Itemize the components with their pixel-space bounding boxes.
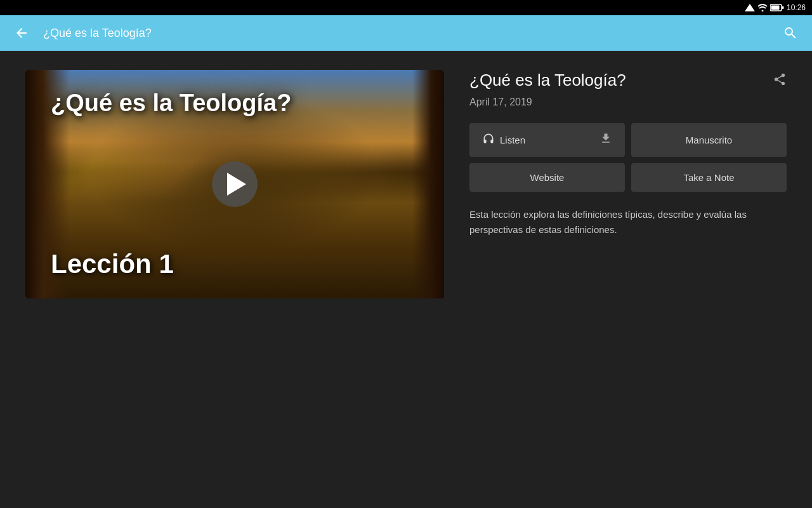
lesson-date: April 17, 2019: [469, 97, 787, 108]
app-bar-title: ¿Qué es la Teología?: [43, 27, 152, 40]
listen-label: Listen: [500, 135, 525, 145]
svg-point-1: [761, 10, 763, 12]
status-icons: 10:26: [745, 3, 806, 12]
website-button[interactable]: Website: [469, 163, 625, 192]
app-bar-left: ¿Qué es la Teología?: [10, 22, 152, 44]
download-icon: [599, 132, 612, 148]
status-time: 10:26: [787, 3, 806, 12]
svg-rect-4: [782, 6, 783, 9]
video-subtitle-area: Lección 1: [25, 249, 444, 298]
listen-left: Listen: [482, 132, 525, 148]
lesson-title: ¿Qué es la Teología?: [469, 70, 626, 91]
main-content: ¿Qué es la Teología? Lección 1 ¿Qué es l…: [0, 51, 812, 508]
website-label: Website: [530, 172, 565, 183]
status-bar: 10:26: [0, 0, 812, 15]
back-button[interactable]: [10, 22, 33, 44]
svg-rect-3: [771, 6, 779, 10]
listen-button[interactable]: Listen: [469, 123, 625, 157]
take-note-button[interactable]: Take a Note: [631, 163, 787, 192]
lesson-description: Esta lección explora las definiciones tí…: [469, 207, 787, 237]
headphone-icon: [482, 132, 495, 148]
take-note-label: Take a Note: [683, 172, 734, 183]
manuscrito-button[interactable]: Manuscrito: [631, 123, 787, 157]
search-button[interactable]: [779, 22, 802, 44]
battery-icon: [770, 4, 784, 11]
play-triangle-icon: [227, 173, 246, 196]
video-main-title: ¿Qué es la Teología?: [51, 89, 419, 118]
svg-marker-0: [745, 4, 755, 11]
action-buttons: Listen Manuscrito Website Take a Note: [469, 123, 787, 192]
video-thumbnail[interactable]: ¿Qué es la Teología? Lección 1: [25, 70, 444, 298]
video-subtitle: Lección 1: [51, 249, 419, 279]
play-button[interactable]: [212, 161, 258, 207]
info-panel: ¿Qué es la Teología? April 17, 2019 List…: [469, 70, 787, 489]
info-header: ¿Qué es la Teología?: [469, 70, 787, 91]
app-bar: ¿Qué es la Teología?: [0, 15, 812, 51]
share-button[interactable]: [773, 72, 787, 90]
video-title-area: ¿Qué es la Teología?: [25, 70, 444, 118]
signal-icon: [745, 4, 755, 11]
wifi-icon: [757, 4, 768, 11]
manuscrito-label: Manuscrito: [686, 135, 732, 145]
